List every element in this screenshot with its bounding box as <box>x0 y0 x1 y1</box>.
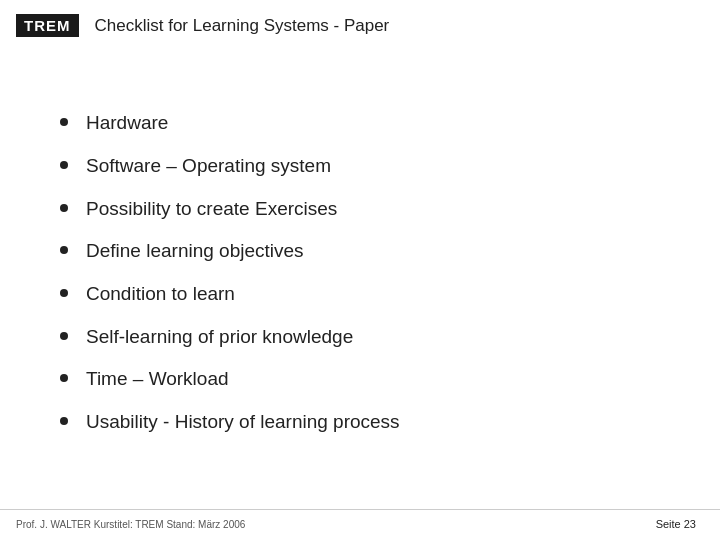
list-item: Time – Workload <box>60 367 672 392</box>
bullet-dot-icon <box>60 204 68 212</box>
footer: Prof. J. WALTER Kurstitel: TREM Stand: M… <box>0 509 720 540</box>
list-item-text: Possibility to create Exercises <box>86 197 337 222</box>
bullet-list: HardwareSoftware – Operating systemPossi… <box>60 111 672 453</box>
list-item-text: Condition to learn <box>86 282 235 307</box>
list-item-text: Software – Operating system <box>86 154 331 179</box>
footer-right-text: Seite 23 <box>656 518 696 530</box>
list-item-text: Define learning objectives <box>86 239 304 264</box>
bullet-dot-icon <box>60 289 68 297</box>
bullet-dot-icon <box>60 332 68 340</box>
footer-left-text: Prof. J. WALTER Kurstitel: TREM Stand: M… <box>16 519 245 530</box>
list-item-text: Hardware <box>86 111 168 136</box>
bullet-dot-icon <box>60 374 68 382</box>
list-item: Software – Operating system <box>60 154 672 179</box>
list-item: Hardware <box>60 111 672 136</box>
bullet-dot-icon <box>60 161 68 169</box>
bullet-dot-icon <box>60 118 68 126</box>
list-item: Condition to learn <box>60 282 672 307</box>
list-item: Usability - History of learning process <box>60 410 672 435</box>
page: TREM Checklist for Learning Systems - Pa… <box>0 0 720 540</box>
list-item: Define learning objectives <box>60 239 672 264</box>
main-content: HardwareSoftware – Operating systemPossi… <box>0 47 720 509</box>
bullet-dot-icon <box>60 246 68 254</box>
trem-logo: TREM <box>16 14 79 37</box>
page-title: Checklist for Learning Systems - Paper <box>95 16 390 36</box>
list-item: Possibility to create Exercises <box>60 197 672 222</box>
list-item: Self-learning of prior knowledge <box>60 325 672 350</box>
list-item-text: Usability - History of learning process <box>86 410 400 435</box>
list-item-text: Time – Workload <box>86 367 229 392</box>
list-item-text: Self-learning of prior knowledge <box>86 325 353 350</box>
bullet-dot-icon <box>60 417 68 425</box>
header: TREM Checklist for Learning Systems - Pa… <box>0 0 720 47</box>
